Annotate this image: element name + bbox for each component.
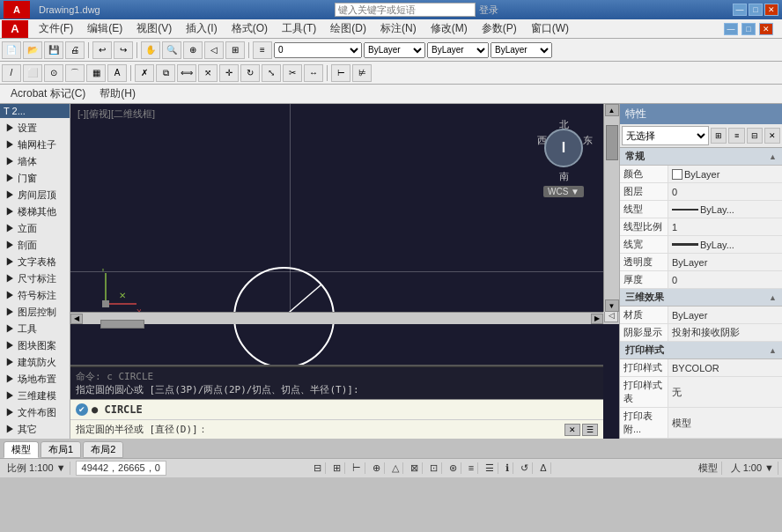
- menu-file[interactable]: 文件(F): [32, 19, 80, 38]
- tb2-trim[interactable]: ✂: [283, 64, 302, 82]
- command-close-btn[interactable]: ✕: [564, 424, 580, 436]
- color-select[interactable]: ByLayer: [364, 42, 425, 58]
- status-tpo[interactable]: ☰: [482, 462, 498, 474]
- prop-value-linewidth[interactable]: ByLay...: [668, 238, 782, 252]
- toolbar-zoom-prev[interactable]: ◁: [204, 41, 224, 59]
- toolbar-undo[interactable]: ↩: [92, 41, 112, 59]
- tab-layout2[interactable]: 布局2: [83, 441, 123, 458]
- sidebar-item-louti[interactable]: ▶ 楼梯其他: [0, 203, 70, 220]
- prop-btn-3[interactable]: ⊟: [747, 128, 763, 144]
- sidebar-item-tuceng[interactable]: ▶ 图层控制: [0, 304, 70, 321]
- status-snap[interactable]: ⊟: [310, 462, 326, 474]
- toolbar-redo[interactable]: ↪: [114, 41, 133, 59]
- hscroll-left-btn[interactable]: ◀: [70, 314, 83, 324]
- window-close-btn[interactable]: ✕: [759, 23, 773, 35]
- status-right-label[interactable]: 模型: [695, 462, 722, 475]
- status-anno[interactable]: Δ: [536, 462, 550, 474]
- toolbar-new[interactable]: 📄: [2, 41, 21, 59]
- search-input[interactable]: [335, 3, 476, 17]
- status-ortho[interactable]: ⊢: [349, 462, 365, 474]
- tb2-move[interactable]: ✛: [219, 64, 239, 82]
- tab-layout1[interactable]: 布局1: [41, 441, 81, 458]
- autocad-menu-logo[interactable]: A: [2, 20, 28, 38]
- tb2-erase[interactable]: ✗: [135, 64, 154, 82]
- wcs-button[interactable]: WCS ▼: [543, 186, 584, 197]
- status-ducs[interactable]: ⊡: [426, 462, 442, 474]
- tb2-hatch[interactable]: ▦: [86, 64, 106, 82]
- tb2-dim-align[interactable]: ⊭: [352, 64, 372, 82]
- menu-format[interactable]: 格式(O): [225, 19, 275, 38]
- tb2-copy[interactable]: ⧉: [156, 64, 175, 82]
- toolbar-zoom-window[interactable]: ⊕: [183, 41, 203, 59]
- sidebar-item-tukuai[interactable]: ▶ 图块图案: [0, 337, 70, 354]
- tb2-arc[interactable]: ⌒: [65, 64, 85, 82]
- tb2-rotate[interactable]: ↻: [240, 64, 260, 82]
- menu-acrobat[interactable]: Acrobat 标记(C): [4, 85, 92, 103]
- prop-value-linescale[interactable]: 1: [668, 220, 782, 234]
- menu-edit[interactable]: 编辑(E): [80, 19, 129, 38]
- toolbar-print[interactable]: 🖨: [65, 41, 85, 59]
- menu-modify[interactable]: 修改(M): [424, 19, 475, 38]
- prop-value-transparency[interactable]: ByLayer: [668, 255, 782, 270]
- sidebar-item-chicun[interactable]: ▶ 尺寸标注: [0, 270, 70, 287]
- tab-model[interactable]: 模型: [4, 441, 39, 458]
- prop-value-shadow[interactable]: 投射和接收阴影: [668, 324, 782, 341]
- canvas-v-scrollbar[interactable]: ▲ ▼: [603, 104, 619, 312]
- sidebar-item-changdi[interactable]: ▶ 场地布置: [0, 371, 70, 388]
- status-sc[interactable]: ↺: [517, 462, 533, 474]
- tb2-scale[interactable]: ⤡: [262, 64, 281, 82]
- status-user-count[interactable]: 人 1:00 ▼: [727, 462, 778, 475]
- vscroll-down-btn[interactable]: ▼: [605, 299, 619, 312]
- tb2-mirror[interactable]: ⟺: [177, 64, 196, 82]
- tb2-poly[interactable]: ⬜: [23, 64, 42, 82]
- prop-section-general-header[interactable]: 常规 ▲: [620, 148, 782, 166]
- menu-param[interactable]: 参数(P): [475, 19, 524, 38]
- toolbar-zoom-realtime[interactable]: 🔍: [162, 41, 181, 59]
- hscroll-right-btn[interactable]: ▶: [591, 314, 603, 324]
- login-button[interactable]: 登录: [479, 4, 498, 17]
- prop-value-color[interactable]: ByLayer: [668, 167, 782, 181]
- status-grid[interactable]: ⊞: [329, 462, 345, 474]
- sidebar-item-limian[interactable]: ▶ 立面: [0, 220, 70, 237]
- sidebar-item-sanwei[interactable]: ▶ 三维建模: [0, 388, 70, 404]
- command-menu-btn[interactable]: ☰: [582, 424, 598, 436]
- menu-help[interactable]: 帮助(H): [92, 85, 143, 103]
- status-scale[interactable]: 比例 1:100 ▼: [4, 462, 70, 475]
- sidebar-item-poumian[interactable]: ▶ 剖面: [0, 237, 70, 254]
- sidebar-item-fuhao[interactable]: ▶ 符号标注: [0, 287, 70, 304]
- sidebar-item-fangjian[interactable]: ▶ 房间层顶: [0, 187, 70, 203]
- no-selection-dropdown[interactable]: 无选择: [622, 126, 709, 145]
- sidebar-item-gongju[interactable]: ▶ 工具: [0, 321, 70, 337]
- drawing-canvas[interactable]: [-][俯视][二维线框] 北 西 东 I 南 WCS ▼ 命令: c CIRC: [70, 104, 619, 439]
- hscroll-thumb[interactable]: [100, 320, 144, 329]
- sidebar-item-wenzibiaoge[interactable]: ▶ 文字表格: [0, 254, 70, 270]
- linewidth-select[interactable]: ByLayer: [491, 42, 552, 58]
- prop-value-layer[interactable]: 0: [668, 185, 782, 199]
- canvas-h-scrollbar[interactable]: ◀ ▶: [70, 312, 603, 324]
- sidebar-item-shuju[interactable]: ▶ 数据中心: [0, 438, 70, 439]
- sidebar-item-jianzhu[interactable]: ▶ 建筑防火: [0, 354, 70, 371]
- window-max-btn[interactable]: □: [741, 23, 756, 35]
- prop-section-3d-header[interactable]: 三维效果 ▲: [620, 289, 782, 307]
- status-qp[interactable]: ℹ: [502, 462, 513, 474]
- layer-select[interactable]: 0: [274, 42, 362, 58]
- menu-window[interactable]: 窗口(W): [524, 19, 576, 38]
- sidebar-item-shezhi[interactable]: ▶ 设置: [0, 120, 70, 137]
- window-min-btn[interactable]: —: [724, 23, 738, 35]
- prop-section-print-header[interactable]: 打印样式 ▲: [620, 342, 782, 359]
- menu-tools[interactable]: 工具(T): [275, 19, 323, 38]
- minimize-button[interactable]: —: [733, 4, 747, 16]
- sidebar-item-qita[interactable]: ▶ 其它: [0, 421, 70, 438]
- toolbar-save[interactable]: 💾: [44, 41, 63, 59]
- menu-dimension[interactable]: 标注(N): [373, 19, 424, 38]
- prop-btn-1[interactable]: ⊞: [711, 128, 727, 144]
- linetype-select[interactable]: ByLayer: [427, 42, 489, 58]
- tb2-circle[interactable]: ⊙: [44, 64, 63, 82]
- vscroll-thumb[interactable]: [606, 125, 618, 160]
- status-dyn[interactable]: ⊛: [446, 462, 461, 474]
- sidebar-item-zhuwang[interactable]: ▶ 轴网柱子: [0, 137, 70, 153]
- tb2-offset[interactable]: ⤧: [198, 64, 218, 82]
- maximize-button[interactable]: □: [749, 4, 763, 16]
- vscroll-up-btn[interactable]: ▲: [605, 104, 619, 116]
- command-prompt-row[interactable]: 指定圆的半径或 [直径(D)]： ✕ ☰: [70, 419, 603, 439]
